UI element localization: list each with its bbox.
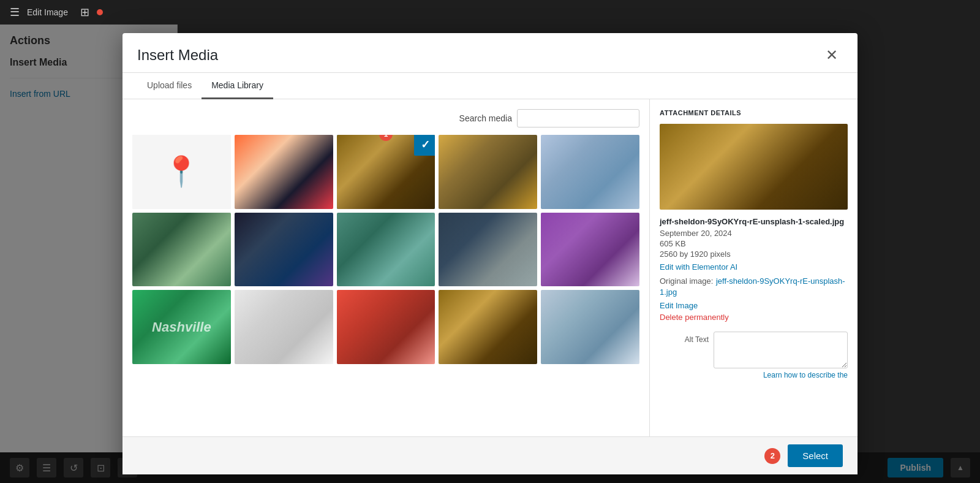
modal-tabs: Upload files Media Library [123, 73, 858, 99]
modal-close-button[interactable]: ✕ [821, 45, 843, 65]
media-item[interactable] [439, 290, 537, 364]
search-bar: Search media [132, 109, 639, 127]
select-button[interactable]: Select [788, 444, 843, 467]
media-item[interactable] [541, 135, 639, 209]
attachment-panel-title: ATTACHMENT DETAILS [660, 109, 848, 116]
alt-text-input[interactable] [714, 332, 848, 368]
media-item[interactable] [541, 290, 639, 364]
selected-checkmark [414, 135, 435, 156]
grid-icon[interactable]: ⊞ [80, 6, 89, 19]
original-image-label: Original image: [660, 276, 713, 286]
media-item[interactable] [439, 135, 537, 209]
modal-body: Search media 📍 [123, 99, 858, 436]
media-item[interactable] [337, 290, 435, 364]
media-item[interactable] [235, 290, 333, 364]
learn-alt-text-link[interactable]: Learn how to describe the [660, 371, 848, 379]
modal-header: Insert Media ✕ [123, 33, 858, 73]
step-number-badge: 2 [764, 448, 780, 464]
alt-text-label: Alt Text [660, 332, 709, 344]
media-item[interactable] [541, 213, 639, 287]
attachment-preview-thumbnail [660, 124, 848, 210]
media-item[interactable] [337, 213, 435, 287]
insert-media-modal: Insert Media ✕ Upload files Media Librar… [123, 33, 858, 474]
alt-text-row: Alt Text [660, 332, 848, 368]
edit-image-link[interactable]: Edit Image [660, 301, 848, 310]
search-label: Search media [459, 113, 512, 123]
hamburger-icon[interactable]: ☰ [10, 6, 20, 19]
attachment-filename: jeff-sheldon-9SyOKYrq-rE-unsplash-1-scal… [660, 217, 848, 226]
media-grid-scroll[interactable]: 📍 1 [132, 135, 639, 427]
media-item[interactable] [132, 213, 231, 287]
original-image-row: Original image: jeff-sheldon-9SyOKYrq-rE… [660, 275, 848, 297]
tab-upload-files[interactable]: Upload files [137, 73, 202, 99]
modal-title: Insert Media [137, 47, 218, 64]
attachment-filesize: 605 KB [660, 239, 848, 248]
media-item[interactable] [439, 213, 537, 287]
tab-media-library[interactable]: Media Library [202, 73, 273, 99]
selection-number-badge: 1 [379, 135, 393, 141]
attachment-details-panel: ATTACHMENT DETAILS jeff-sheldon-9SyOKYrq… [649, 99, 858, 436]
media-grid-area: Search media 📍 [123, 99, 649, 436]
editor-topbar: ☰ Edit Image ⊞ [0, 0, 980, 25]
media-item-selected[interactable]: 1 [337, 135, 435, 209]
delete-permanently-link[interactable]: Delete permanently [660, 313, 848, 322]
status-dot [97, 9, 103, 15]
search-input[interactable] [517, 109, 639, 127]
editor-title: Edit Image [27, 7, 68, 17]
edit-with-elementor-link[interactable]: Edit with Elementor AI [660, 262, 848, 272]
media-item[interactable]: Nashville [132, 290, 231, 364]
attachment-dimensions: 2560 by 1920 pixels [660, 249, 848, 259]
modal-footer: 2 Select [123, 436, 858, 474]
attachment-date: September 20, 2024 [660, 229, 848, 238]
media-item[interactable] [235, 213, 333, 287]
media-item[interactable] [235, 135, 333, 209]
media-grid: 📍 1 [132, 135, 639, 364]
media-item[interactable]: 📍 [132, 135, 231, 209]
modal-overlay: Insert Media ✕ Upload files Media Librar… [0, 25, 980, 483]
